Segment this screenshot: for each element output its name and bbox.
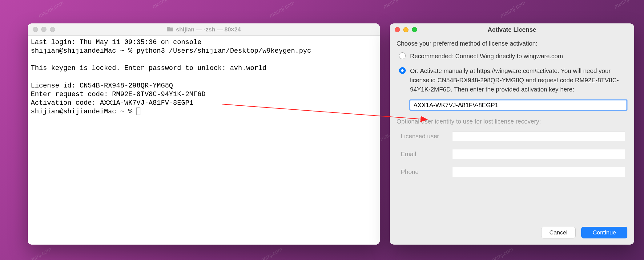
dialog-titlebar: Activate License <box>390 23 634 36</box>
terminal-line: This keygen is locked. Enter password to… <box>31 64 267 72</box>
watermark: macmj.com <box>487 246 514 260</box>
watermark: macmj.com <box>25 246 53 260</box>
radio-option-recommended[interactable]: Recommended: Connect Wing directly to wi… <box>396 51 627 61</box>
licensed-user-label: Licensed user <box>401 133 453 140</box>
activate-license-dialog: Activate License Choose your preferred m… <box>390 23 634 245</box>
terminal-title-text: shijian — -zsh — 80×24 <box>176 26 241 33</box>
terminal-traffic-lights <box>33 27 55 32</box>
watermark: macmj.com <box>37 0 65 19</box>
terminal-title: shijian — -zsh — 80×24 <box>167 26 241 33</box>
folder-icon <box>167 26 174 33</box>
terminal-body[interactable]: Last login: Thu May 11 09:35:36 on conso… <box>28 36 380 245</box>
terminal-line: Activation code: AXX1A-WK7VJ-A81FV-8EGP1 <box>31 99 193 107</box>
phone-label: Phone <box>401 169 453 176</box>
choose-method-text: Choose your preferred method of license … <box>396 40 627 47</box>
dialog-body: Choose your preferred method of license … <box>390 36 634 191</box>
activation-key-input[interactable] <box>409 100 627 111</box>
terminal-line: shijian@shijiandeiMac ~ % python3 /Users… <box>31 47 311 55</box>
watermark: macmj.com <box>613 0 641 10</box>
continue-button[interactable]: Continue <box>581 227 627 238</box>
terminal-line: Enter request code: RM92E-8TV8C-94Y1K-2M… <box>31 91 206 98</box>
cancel-button[interactable]: Cancel <box>541 227 576 238</box>
terminal-cursor <box>136 108 140 115</box>
terminal-line: Last login: Thu May 11 09:35:36 on conso… <box>31 39 202 46</box>
licensed-user-input[interactable] <box>453 131 625 141</box>
minimize-button[interactable] <box>403 27 409 32</box>
phone-row: Phone <box>396 167 627 177</box>
terminal-titlebar: shijian — -zsh — 80×24 <box>28 23 380 36</box>
watermark: macmj.com <box>268 0 296 19</box>
close-button[interactable] <box>33 27 38 32</box>
radio-icon[interactable] <box>399 52 406 59</box>
radio-label-manual: Or: Activate manually at https://wingwar… <box>410 66 627 94</box>
minimize-button[interactable] <box>41 27 46 32</box>
watermark: macmj.com <box>382 0 410 10</box>
watermark: macmj.com <box>256 246 284 260</box>
dialog-traffic-lights <box>395 27 417 32</box>
email-input[interactable] <box>453 149 625 159</box>
email-row: Email <box>396 149 627 159</box>
maximize-button[interactable] <box>50 27 55 32</box>
dialog-button-row: Cancel Continue <box>541 227 627 238</box>
close-button[interactable] <box>395 27 400 32</box>
watermark: macmj.com <box>151 0 179 10</box>
licensed-user-row: Licensed user <box>396 131 627 141</box>
radio-icon[interactable] <box>399 67 406 74</box>
dialog-title: Activate License <box>488 26 536 33</box>
terminal-window: shijian — -zsh — 80×24 Last login: Thu M… <box>28 23 380 245</box>
phone-input[interactable] <box>453 167 625 177</box>
terminal-line: License id: CN54B-RX948-298QR-YMG8Q <box>31 82 173 90</box>
terminal-line: shijian@shijiandeiMac ~ % <box>31 108 136 116</box>
radio-option-manual[interactable]: Or: Activate manually at https://wingwar… <box>396 66 627 94</box>
maximize-button[interactable] <box>412 27 417 32</box>
email-label: Email <box>401 151 453 158</box>
radio-label-recommended: Recommended: Connect Wing directly to wi… <box>410 51 627 61</box>
optional-identity-text: Optional user identity to use for lost l… <box>396 118 627 125</box>
watermark: macmj.com <box>499 0 527 19</box>
